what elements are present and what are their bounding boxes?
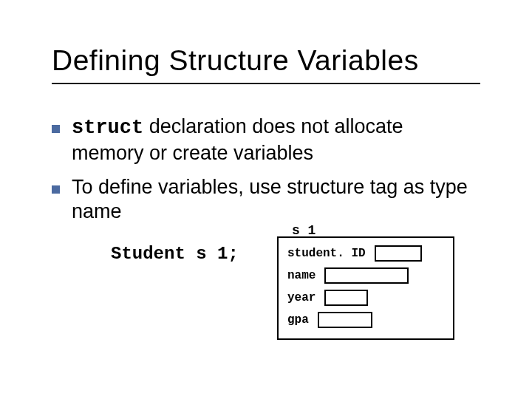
slide-title: Defining Structure Variables xyxy=(52,44,480,77)
code-keyword: struct xyxy=(72,117,143,139)
bullet-text: To define variables, use structure tag a… xyxy=(72,175,480,225)
code-line: Student s 1; xyxy=(111,244,239,264)
field-box xyxy=(324,290,368,306)
bullet-text: struct declaration does not allocate mem… xyxy=(72,115,480,166)
field-label: name xyxy=(287,269,316,282)
title-underline xyxy=(52,83,480,84)
field-box xyxy=(318,312,372,328)
field-row-name: name xyxy=(287,267,444,284)
field-row-gpa: gpa xyxy=(287,312,444,328)
bullet-icon xyxy=(52,125,60,133)
slide: Defining Structure Variables struct decl… xyxy=(0,0,532,399)
field-row-year: year xyxy=(287,290,444,306)
field-label: gpa xyxy=(287,313,309,327)
bullet-icon xyxy=(52,185,60,194)
struct-instance-label: s 1 xyxy=(292,223,316,238)
field-row-studentid: student. ID xyxy=(287,245,444,262)
field-label: year xyxy=(287,291,316,304)
title-wrap: Defining Structure Variables xyxy=(52,44,480,84)
bullet-item: To define variables, use structure tag a… xyxy=(52,175,480,225)
struct-diagram: student. ID name year gpa xyxy=(277,236,454,340)
bullet-list: struct declaration does not allocate mem… xyxy=(52,115,480,233)
field-label: student. ID xyxy=(287,247,366,260)
field-box xyxy=(375,245,422,262)
field-box xyxy=(324,267,409,284)
bullet-item: struct declaration does not allocate mem… xyxy=(52,115,480,166)
